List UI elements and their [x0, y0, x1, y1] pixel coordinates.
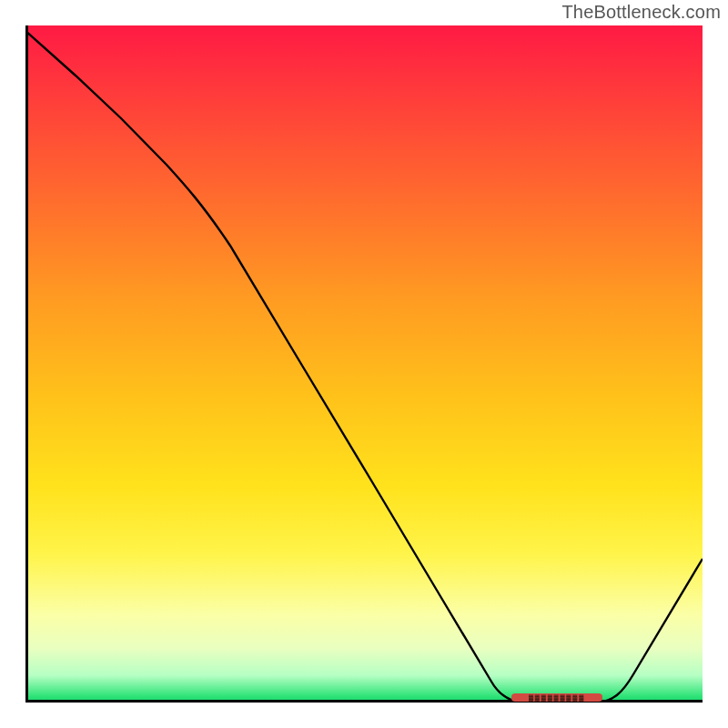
valley-marker: ▓▓▓▓▓▓▓▓▓ — [511, 693, 602, 702]
y-axis — [25, 25, 28, 703]
line-overlay — [25, 25, 703, 703]
bottleneck-curve — [25, 31, 703, 703]
chart-container: TheBottleneck.com ▓▓▓▓▓▓▓▓▓ — [0, 0, 728, 728]
valley-marker-label: ▓▓▓▓▓▓▓▓▓ — [529, 694, 585, 701]
watermark-text: TheBottleneck.com — [561, 2, 721, 23]
